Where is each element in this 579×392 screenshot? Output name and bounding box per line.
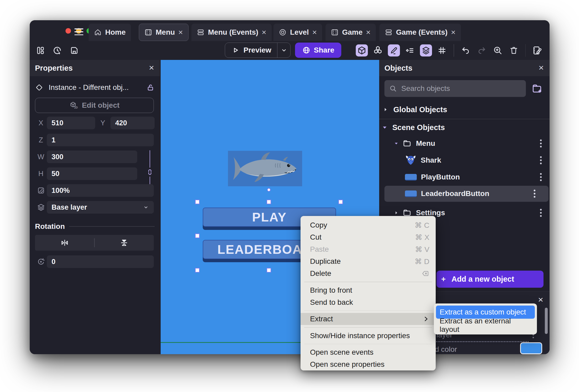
flip-horizontal-button[interactable] [35,235,94,251]
layer-icon [35,203,47,212]
background-color-swatch[interactable] [520,342,542,354]
menu-item-show-hide-instance-properties[interactable]: Show/Hide instance properties [301,330,436,342]
background-color-label-partial: d color [435,343,457,354]
menu-divider [304,282,432,282]
objects-close-icon[interactable]: × [539,63,544,72]
tab-menu-events[interactable]: Menu (Events) × [191,24,272,41]
svg-text:2D: 2D [74,106,78,109]
save-icon[interactable] [69,45,79,55]
play-outline-icon [231,46,240,54]
layers-panel-close-icon[interactable]: × [538,295,543,304]
global-objects-section[interactable]: Global Objects [379,104,550,116]
row-menu-dots-icon[interactable] [539,156,543,165]
rotation-section-divider [69,226,155,227]
shortcut-copy: ⌘ C [415,221,429,230]
layer-select[interactable]: Base layer [47,201,154,214]
unlock-icon[interactable] [146,83,155,92]
collapsed-triangle-icon [383,107,388,112]
selection-handle-bottom-center[interactable] [267,268,271,272]
rotation-input[interactable] [47,255,154,268]
flip-vertical-button[interactable] [95,235,154,251]
menu-item-bring-to-front[interactable]: Bring to front [301,284,436,296]
selection-handle-bottom-left[interactable] [195,268,200,272]
tree-row-menu-folder[interactable]: Menu [379,137,550,150]
menu-item-copy[interactable]: Copy ⌘ C [301,219,436,231]
history-icon[interactable] [52,45,62,55]
selection-anchor-handle[interactable] [267,188,271,192]
y-input[interactable] [110,117,155,129]
menu-item-extract[interactable]: Extract [301,313,436,325]
selection-handle-top-left[interactable] [195,200,200,204]
tree-label: LeaderboardButton [421,189,489,198]
row-menu-dots-icon[interactable] [539,173,543,182]
select-objects-tool-icon[interactable] [356,44,368,56]
tab-game-events[interactable]: Game (Events) × [379,24,461,41]
menu-item-cut[interactable]: Cut ⌘ X [301,231,436,243]
tab-level[interactable]: Level × [273,24,322,41]
x-label: X [35,119,47,127]
shortcut-duplicate: ⌘ D [415,257,429,266]
instances-tool-icon[interactable] [372,44,384,56]
tab-home[interactable]: Home [89,24,131,41]
search-objects-field[interactable] [384,80,526,97]
tree-row-shark[interactable]: Shark [379,153,550,167]
z-input[interactable] [47,134,154,146]
edit-scene-properties-icon[interactable] [531,44,543,56]
selection-handle-top-right[interactable] [338,200,343,204]
tab-close-icon[interactable]: × [366,28,371,36]
edit-object-button[interactable]: 2D Edit object [35,98,154,113]
zoom-in-icon[interactable] [492,44,504,56]
layers-panel-icon[interactable] [420,44,432,56]
toolbar: Preview Share [30,41,550,60]
scene-objects-section[interactable]: Scene Objects [379,121,550,133]
redo-icon[interactable] [476,44,488,56]
tab-close-icon[interactable]: × [451,28,456,36]
tab-close-icon[interactable]: × [178,28,183,36]
objects-title: Objects [384,64,412,73]
share-button[interactable]: Share [295,43,341,58]
main-menu-icon[interactable] [74,28,83,35]
grid-icon[interactable] [436,44,448,56]
menu-item-open-scene-events[interactable]: Open scene events [301,346,436,358]
selection-handle-top-center[interactable] [267,200,271,204]
search-icon [389,85,397,92]
share-label: Share [314,46,334,54]
add-folder-icon[interactable] [531,82,543,95]
row-menu-dots-icon[interactable] [539,208,543,217]
tab-close-icon[interactable]: × [262,28,266,36]
panel-scrollbar[interactable] [545,308,548,334]
tab-game[interactable]: Game × [326,24,376,41]
tab-close-icon[interactable]: × [312,28,317,36]
menu-item-duplicate[interactable]: Duplicate ⌘ D [301,255,436,267]
tab-menu[interactable]: Menu × [139,24,189,41]
h-input[interactable] [47,167,137,180]
preview-button[interactable]: Preview [225,43,291,58]
instance-properties-icon[interactable] [404,44,416,56]
selection-handle-middle-left[interactable] [195,234,200,238]
x-input[interactable] [47,117,95,129]
row-menu-dots-icon[interactable] [533,189,536,198]
objects-section-divider [379,119,550,119]
opacity-input[interactable] [47,184,154,197]
w-input[interactable] [47,151,137,163]
close-window-button[interactable] [65,28,71,34]
menu-divider [304,344,432,344]
search-objects-input[interactable] [401,84,526,93]
menu-item-delete[interactable]: Delete [301,267,436,280]
undo-icon[interactable] [460,44,472,56]
row-menu-dots-icon[interactable] [539,139,543,148]
tree-row-playbutton[interactable]: PlayButton [379,170,550,184]
preview-dropdown-chevron-icon[interactable] [277,47,290,54]
submenu-item-extract-external-layout[interactable]: Extract as an external layout [436,319,535,332]
panels-layout-icon[interactable] [35,45,45,55]
shark-sprite-instance[interactable] [228,151,302,186]
tree-row-leaderboardbutton-selected[interactable]: LeaderboardButton [384,186,548,202]
menu-item-open-scene-properties[interactable]: Open scene properties [301,358,436,370]
properties-close-icon[interactable]: × [149,63,154,72]
edit-tool-icon[interactable] [388,44,400,56]
button-thumbnail [405,174,417,180]
play-button-label: PLAY [252,210,287,224]
trash-icon[interactable] [508,44,520,56]
menu-item-send-to-back[interactable]: Send to back [301,296,436,308]
add-new-object-button[interactable]: + Add a new object [436,271,544,288]
